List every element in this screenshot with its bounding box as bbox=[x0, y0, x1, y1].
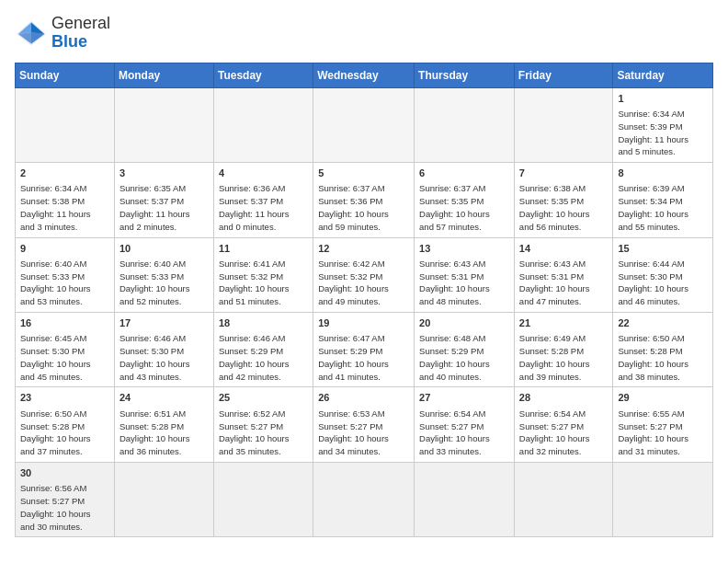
day-info: Sunrise: 6:36 AM Sunset: 5:37 PM Dayligh… bbox=[219, 182, 308, 233]
day-number: 23 bbox=[20, 391, 109, 405]
day-info: Sunrise: 6:38 AM Sunset: 5:35 PM Dayligh… bbox=[519, 182, 609, 233]
calendar-cell bbox=[613, 462, 713, 536]
calendar-cell bbox=[313, 87, 415, 162]
day-info: Sunrise: 6:56 AM Sunset: 5:27 PM Dayligh… bbox=[20, 482, 109, 533]
day-info: Sunrise: 6:52 AM Sunset: 5:27 PM Dayligh… bbox=[219, 408, 308, 458]
calendar-cell bbox=[415, 462, 515, 536]
day-info: Sunrise: 6:46 AM Sunset: 5:30 PM Dayligh… bbox=[119, 332, 209, 383]
day-info: Sunrise: 6:35 AM Sunset: 5:37 PM Dayligh… bbox=[119, 182, 209, 233]
day-info: Sunrise: 6:50 AM Sunset: 5:28 PM Dayligh… bbox=[618, 332, 708, 383]
day-number: 30 bbox=[20, 466, 109, 480]
calendar-cell: 29Sunrise: 6:55 AM Sunset: 5:27 PM Dayli… bbox=[613, 387, 713, 462]
day-info: Sunrise: 6:41 AM Sunset: 5:32 PM Dayligh… bbox=[219, 258, 308, 308]
day-info: Sunrise: 6:51 AM Sunset: 5:28 PM Dayligh… bbox=[119, 408, 209, 458]
day-number: 5 bbox=[318, 167, 409, 180]
calendar-table: SundayMondayTuesdayWednesdayThursdayFrid… bbox=[15, 63, 713, 538]
day-number: 25 bbox=[219, 391, 308, 405]
weekday-header-thursday: Thursday bbox=[415, 63, 515, 87]
calendar-cell: 12Sunrise: 6:42 AM Sunset: 5:32 PM Dayli… bbox=[313, 237, 415, 312]
calendar-cell: 7Sunrise: 6:38 AM Sunset: 5:35 PM Daylig… bbox=[514, 163, 613, 237]
logo: General Blue bbox=[15, 15, 110, 52]
calendar-cell: 19Sunrise: 6:47 AM Sunset: 5:29 PM Dayli… bbox=[313, 312, 415, 386]
day-info: Sunrise: 6:54 AM Sunset: 5:27 PM Dayligh… bbox=[419, 408, 509, 458]
calendar-cell: 4Sunrise: 6:36 AM Sunset: 5:37 PM Daylig… bbox=[213, 163, 313, 237]
calendar-cell: 18Sunrise: 6:46 AM Sunset: 5:29 PM Dayli… bbox=[213, 312, 313, 386]
day-number: 16 bbox=[20, 316, 109, 330]
calendar-cell: 30Sunrise: 6:56 AM Sunset: 5:27 PM Dayli… bbox=[16, 462, 115, 536]
calendar-cell: 2Sunrise: 6:34 AM Sunset: 5:38 PM Daylig… bbox=[16, 163, 115, 237]
calendar-week-1: 2Sunrise: 6:34 AM Sunset: 5:38 PM Daylig… bbox=[16, 163, 713, 237]
calendar-cell bbox=[514, 87, 613, 162]
calendar-cell bbox=[114, 87, 213, 162]
day-info: Sunrise: 6:39 AM Sunset: 5:34 PM Dayligh… bbox=[618, 182, 708, 233]
weekday-header-saturday: Saturday bbox=[613, 63, 713, 87]
day-number: 19 bbox=[318, 316, 409, 330]
day-number: 8 bbox=[618, 167, 708, 180]
day-info: Sunrise: 6:48 AM Sunset: 5:29 PM Dayligh… bbox=[419, 332, 509, 383]
day-info: Sunrise: 6:37 AM Sunset: 5:35 PM Dayligh… bbox=[419, 182, 509, 233]
day-number: 12 bbox=[318, 242, 409, 256]
calendar-cell: 16Sunrise: 6:45 AM Sunset: 5:30 PM Dayli… bbox=[16, 312, 115, 386]
day-number: 6 bbox=[419, 167, 509, 180]
calendar-cell: 24Sunrise: 6:51 AM Sunset: 5:28 PM Dayli… bbox=[114, 387, 213, 462]
calendar-cell: 17Sunrise: 6:46 AM Sunset: 5:30 PM Dayli… bbox=[114, 312, 213, 386]
calendar-week-2: 9Sunrise: 6:40 AM Sunset: 5:33 PM Daylig… bbox=[16, 237, 713, 312]
day-number: 10 bbox=[119, 242, 209, 256]
calendar-cell bbox=[213, 462, 313, 536]
day-number: 2 bbox=[20, 167, 109, 180]
calendar-cell: 25Sunrise: 6:52 AM Sunset: 5:27 PM Dayli… bbox=[213, 387, 313, 462]
calendar-cell: 5Sunrise: 6:37 AM Sunset: 5:36 PM Daylig… bbox=[313, 163, 415, 237]
day-number: 18 bbox=[219, 316, 308, 330]
calendar-cell: 9Sunrise: 6:40 AM Sunset: 5:33 PM Daylig… bbox=[16, 237, 115, 312]
calendar-cell: 23Sunrise: 6:50 AM Sunset: 5:28 PM Dayli… bbox=[16, 387, 115, 462]
calendar-cell: 13Sunrise: 6:43 AM Sunset: 5:31 PM Dayli… bbox=[415, 237, 515, 312]
day-info: Sunrise: 6:34 AM Sunset: 5:38 PM Dayligh… bbox=[20, 182, 109, 233]
day-info: Sunrise: 6:45 AM Sunset: 5:30 PM Dayligh… bbox=[20, 332, 109, 383]
calendar-cell: 6Sunrise: 6:37 AM Sunset: 5:35 PM Daylig… bbox=[415, 163, 515, 237]
calendar-cell bbox=[313, 462, 415, 536]
day-info: Sunrise: 6:54 AM Sunset: 5:27 PM Dayligh… bbox=[519, 408, 609, 458]
header: General Blue bbox=[15, 15, 713, 52]
calendar-cell: 1Sunrise: 6:34 AM Sunset: 5:39 PM Daylig… bbox=[613, 87, 713, 162]
calendar-week-5: 30Sunrise: 6:56 AM Sunset: 5:27 PM Dayli… bbox=[16, 462, 713, 536]
weekday-header-friday: Friday bbox=[514, 63, 613, 87]
day-number: 20 bbox=[419, 316, 509, 330]
calendar-cell: 3Sunrise: 6:35 AM Sunset: 5:37 PM Daylig… bbox=[114, 163, 213, 237]
weekday-header-monday: Monday bbox=[114, 63, 213, 87]
day-info: Sunrise: 6:40 AM Sunset: 5:33 PM Dayligh… bbox=[20, 258, 109, 308]
calendar-cell: 21Sunrise: 6:49 AM Sunset: 5:28 PM Dayli… bbox=[514, 312, 613, 386]
day-info: Sunrise: 6:37 AM Sunset: 5:36 PM Dayligh… bbox=[318, 182, 409, 233]
day-number: 9 bbox=[20, 242, 109, 256]
day-info: Sunrise: 6:50 AM Sunset: 5:28 PM Dayligh… bbox=[20, 408, 109, 458]
day-number: 4 bbox=[219, 167, 308, 180]
day-info: Sunrise: 6:44 AM Sunset: 5:30 PM Dayligh… bbox=[618, 258, 708, 308]
calendar-cell: 22Sunrise: 6:50 AM Sunset: 5:28 PM Dayli… bbox=[613, 312, 713, 386]
calendar-cell: 11Sunrise: 6:41 AM Sunset: 5:32 PM Dayli… bbox=[213, 237, 313, 312]
day-number: 7 bbox=[519, 167, 609, 180]
calendar-cell: 27Sunrise: 6:54 AM Sunset: 5:27 PM Dayli… bbox=[415, 387, 515, 462]
weekday-header-wednesday: Wednesday bbox=[313, 63, 415, 87]
calendar-week-0: 1Sunrise: 6:34 AM Sunset: 5:39 PM Daylig… bbox=[16, 87, 713, 162]
day-info: Sunrise: 6:46 AM Sunset: 5:29 PM Dayligh… bbox=[219, 332, 308, 383]
calendar-cell: 28Sunrise: 6:54 AM Sunset: 5:27 PM Dayli… bbox=[514, 387, 613, 462]
day-number: 28 bbox=[519, 391, 609, 405]
calendar-cell: 10Sunrise: 6:40 AM Sunset: 5:33 PM Dayli… bbox=[114, 237, 213, 312]
day-info: Sunrise: 6:49 AM Sunset: 5:28 PM Dayligh… bbox=[519, 332, 609, 383]
calendar-cell bbox=[114, 462, 213, 536]
calendar-cell bbox=[16, 87, 115, 162]
day-info: Sunrise: 6:47 AM Sunset: 5:29 PM Dayligh… bbox=[318, 332, 409, 383]
day-number: 11 bbox=[219, 242, 308, 256]
day-number: 27 bbox=[419, 391, 509, 405]
calendar-cell: 15Sunrise: 6:44 AM Sunset: 5:30 PM Dayli… bbox=[613, 237, 713, 312]
calendar-cell: 20Sunrise: 6:48 AM Sunset: 5:29 PM Dayli… bbox=[415, 312, 515, 386]
svg-marker-2 bbox=[31, 22, 44, 33]
calendar-body: 1Sunrise: 6:34 AM Sunset: 5:39 PM Daylig… bbox=[16, 87, 713, 537]
calendar-week-4: 23Sunrise: 6:50 AM Sunset: 5:28 PM Dayli… bbox=[16, 387, 713, 462]
day-info: Sunrise: 6:42 AM Sunset: 5:32 PM Dayligh… bbox=[318, 258, 409, 308]
day-number: 21 bbox=[519, 316, 609, 330]
day-info: Sunrise: 6:55 AM Sunset: 5:27 PM Dayligh… bbox=[618, 408, 708, 458]
logo-icon bbox=[15, 19, 48, 47]
day-info: Sunrise: 6:53 AM Sunset: 5:27 PM Dayligh… bbox=[318, 408, 409, 458]
day-info: Sunrise: 6:43 AM Sunset: 5:31 PM Dayligh… bbox=[419, 258, 509, 308]
day-number: 26 bbox=[318, 391, 409, 405]
